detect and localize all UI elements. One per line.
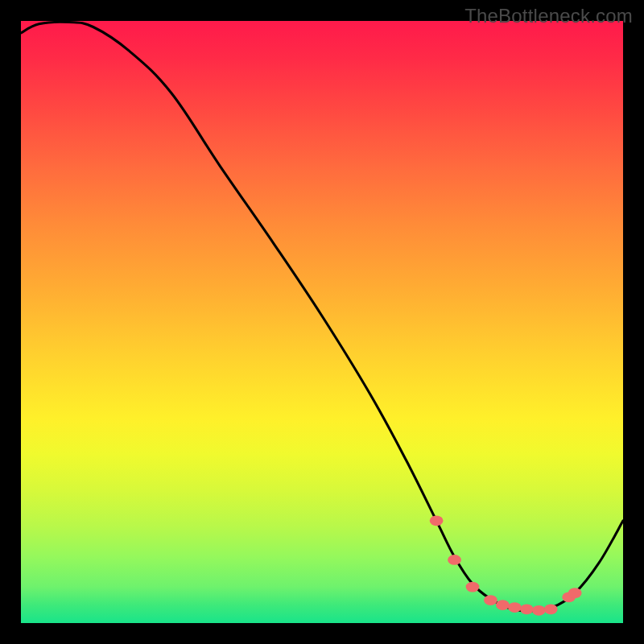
bottleneck-curve <box>21 22 623 611</box>
trough-marker <box>508 602 522 613</box>
watermark-text: TheBottleneck.com <box>464 5 633 27</box>
trough-marker <box>520 604 534 614</box>
chart-frame: TheBottleneck.com <box>0 0 644 644</box>
trough-marker <box>484 595 497 605</box>
trough-marker <box>430 515 444 526</box>
plot-area <box>21 21 623 623</box>
trough-marker <box>568 588 582 598</box>
curve-svg <box>21 21 623 623</box>
marker-group <box>430 515 582 615</box>
trough-marker <box>466 582 480 592</box>
trough-marker <box>496 600 510 610</box>
trough-marker <box>544 604 558 614</box>
trough-marker <box>448 555 461 565</box>
trough-marker <box>532 605 546 616</box>
